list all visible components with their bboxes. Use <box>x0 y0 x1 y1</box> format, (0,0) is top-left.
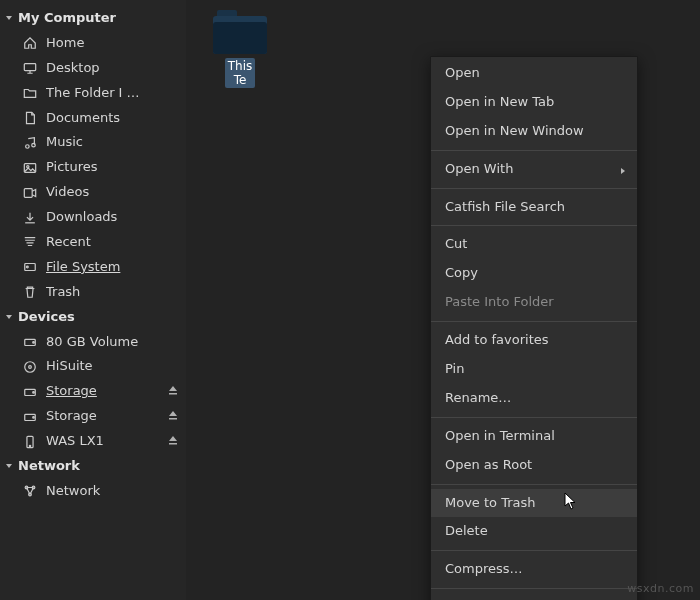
menu-item-properties[interactable]: Properties <box>431 593 637 600</box>
menu-item-catfish-file-search[interactable]: Catfish File Search <box>431 193 637 222</box>
file-pane[interactable]: This Te OpenOpen in New TabOpen in New W… <box>186 0 700 600</box>
context-menu: OpenOpen in New TabOpen in New WindowOpe… <box>430 56 638 600</box>
menu-item-open-in-new-window[interactable]: Open in New Window <box>431 117 637 146</box>
tree-section-header[interactable]: Devices <box>0 305 186 330</box>
sidebar-item-label: Home <box>46 35 180 52</box>
tree-section-header[interactable]: My Computer <box>0 6 186 31</box>
menu-separator <box>431 150 637 151</box>
sidebar-item-label: Storage <box>46 408 180 425</box>
sidebar-item-storage[interactable]: Storage <box>0 379 186 404</box>
menu-item-move-to-trash[interactable]: Move to Trash <box>431 489 637 518</box>
svg-point-9 <box>33 342 35 344</box>
chevron-down-icon <box>4 312 14 322</box>
sidebar-item-videos[interactable]: Videos <box>0 180 186 205</box>
sidebar-item-recent[interactable]: Recent <box>0 230 186 255</box>
sidebar-item-documents[interactable]: Documents <box>0 106 186 131</box>
sidebar-item-desktop[interactable]: Desktop <box>0 56 186 81</box>
sidebar-item-label: Videos <box>46 184 180 201</box>
menu-item-delete[interactable]: Delete <box>431 517 637 546</box>
menu-item-label: Move to Trash <box>445 495 623 512</box>
menu-separator <box>431 225 637 226</box>
folder-item-selected[interactable]: This Te <box>202 10 278 93</box>
places-sidebar: My ComputerHomeDesktopThe Folder I …Docu… <box>0 0 186 600</box>
menu-item-compress[interactable]: Compress… <box>431 555 637 584</box>
sidebar-item-trash[interactable]: Trash <box>0 280 186 305</box>
pictures-icon <box>22 160 38 176</box>
desktop-icon <box>22 60 38 76</box>
sidebar-item-storage[interactable]: Storage <box>0 404 186 429</box>
submenu-arrow-icon <box>619 163 627 180</box>
menu-item-label: Copy <box>445 265 623 282</box>
menu-item-cut[interactable]: Cut <box>431 230 637 259</box>
menu-item-open-as-root[interactable]: Open as Root <box>431 451 637 480</box>
eject-icon[interactable] <box>168 433 178 450</box>
section-title: My Computer <box>18 10 116 27</box>
sidebar-item-network[interactable]: Network <box>0 479 186 504</box>
menu-item-label: Catfish File Search <box>445 199 623 216</box>
sidebar-item-80-gb-volume[interactable]: 80 GB Volume <box>0 330 186 355</box>
menu-item-label: Open With <box>445 161 623 178</box>
sidebar-item-label: Desktop <box>46 60 180 77</box>
svg-point-2 <box>32 143 36 147</box>
section-title: Devices <box>18 309 75 326</box>
sidebar-item-label: Recent <box>46 234 180 251</box>
sidebar-item-was-lx1[interactable]: WAS LX1 <box>0 429 186 454</box>
menu-item-label: Compress… <box>445 561 623 578</box>
window-root: My ComputerHomeDesktopThe Folder I …Docu… <box>0 0 700 600</box>
menu-item-label: Open <box>445 65 623 82</box>
svg-point-10 <box>25 362 36 373</box>
svg-point-13 <box>33 391 35 393</box>
svg-point-1 <box>26 145 30 149</box>
sidebar-item-label: HiSuite <box>46 358 180 375</box>
svg-point-17 <box>29 445 30 446</box>
svg-rect-12 <box>25 389 36 395</box>
recent-icon <box>22 234 38 250</box>
drive-icon <box>22 334 38 350</box>
section-title: Network <box>18 458 80 475</box>
sidebar-item-label: File System <box>46 259 180 276</box>
sidebar-item-label: The Folder I … <box>46 85 180 102</box>
menu-item-label: Rename… <box>445 390 623 407</box>
menu-item-add-to-favorites[interactable]: Add to favorites <box>431 326 637 355</box>
sidebar-item-label: Storage <box>46 383 180 400</box>
menu-item-open-in-new-tab[interactable]: Open in New Tab <box>431 88 637 117</box>
sidebar-item-hisuite[interactable]: HiSuite <box>0 354 186 379</box>
menu-separator <box>431 588 637 589</box>
menu-item-pin[interactable]: Pin <box>431 355 637 384</box>
folder-icon <box>22 85 38 101</box>
menu-separator <box>431 550 637 551</box>
menu-item-copy[interactable]: Copy <box>431 259 637 288</box>
eject-icon[interactable] <box>168 383 178 400</box>
menu-item-open[interactable]: Open <box>431 59 637 88</box>
svg-rect-5 <box>24 188 32 197</box>
sidebar-item-the-folder-i[interactable]: The Folder I … <box>0 81 186 106</box>
home-icon <box>22 35 38 51</box>
menu-item-label: Open in New Tab <box>445 94 623 111</box>
svg-point-15 <box>33 416 35 418</box>
menu-separator <box>431 188 637 189</box>
menu-item-label: Pin <box>445 361 623 378</box>
menu-item-rename[interactable]: Rename… <box>431 384 637 413</box>
sidebar-item-pictures[interactable]: Pictures <box>0 155 186 180</box>
sidebar-item-file-system[interactable]: File System <box>0 255 186 280</box>
eject-icon[interactable] <box>168 408 178 425</box>
menu-separator <box>431 484 637 485</box>
chevron-down-icon <box>4 461 14 471</box>
sidebar-item-home[interactable]: Home <box>0 31 186 56</box>
svg-rect-14 <box>25 414 36 420</box>
menu-item-label: Open in Terminal <box>445 428 623 445</box>
sidebar-item-downloads[interactable]: Downloads <box>0 205 186 230</box>
menu-item-open-in-terminal[interactable]: Open in Terminal <box>431 422 637 451</box>
watermark: wsxdn.com <box>627 582 694 596</box>
menu-separator <box>431 417 637 418</box>
menu-item-label: Add to favorites <box>445 332 623 349</box>
menu-item-label: Delete <box>445 523 623 540</box>
menu-item-label: Cut <box>445 236 623 253</box>
folder-icon <box>213 10 267 54</box>
tree-section-header[interactable]: Network <box>0 454 186 479</box>
menu-item-open-with[interactable]: Open With <box>431 155 637 184</box>
sidebar-item-music[interactable]: Music <box>0 130 186 155</box>
sidebar-item-label: Downloads <box>46 209 180 226</box>
sidebar-item-label: Trash <box>46 284 180 301</box>
downloads-icon <box>22 210 38 226</box>
